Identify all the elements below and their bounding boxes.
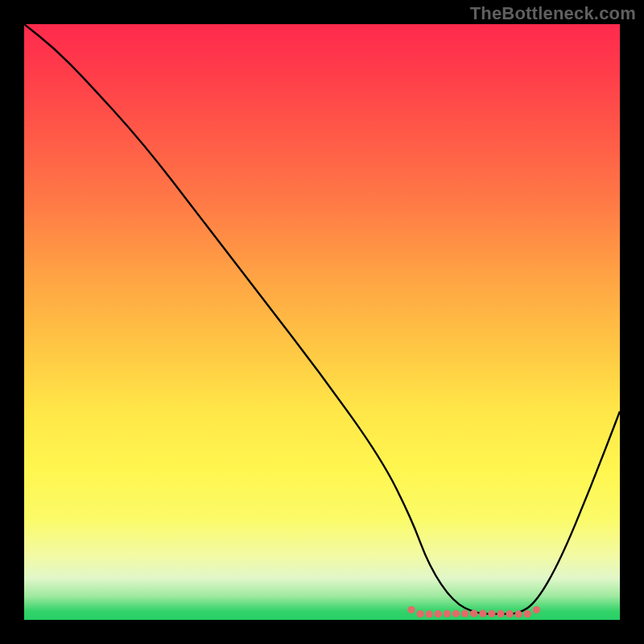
dot-icon: [444, 610, 451, 617]
dotted-minimum-icon: [407, 606, 540, 618]
chart-frame: TheBottleneck.com: [0, 0, 644, 644]
dot-icon: [488, 610, 495, 617]
dot-icon: [407, 606, 415, 613]
dot-icon: [506, 610, 514, 617]
dot-icon: [479, 610, 486, 617]
dot-icon: [426, 610, 433, 617]
dot-icon: [452, 610, 460, 617]
dot-icon: [524, 610, 531, 617]
dot-icon: [461, 610, 469, 617]
bottleneck-curve: [24, 24, 620, 620]
dot-icon: [435, 610, 442, 617]
plot-area: [24, 24, 620, 620]
dot-icon: [497, 610, 504, 617]
dot-icon: [533, 606, 540, 613]
dot-icon: [417, 610, 424, 617]
dot-icon: [470, 610, 477, 617]
dot-icon: [515, 610, 522, 617]
curve-path: [24, 24, 620, 614]
watermark-text: TheBottleneck.com: [470, 3, 636, 24]
